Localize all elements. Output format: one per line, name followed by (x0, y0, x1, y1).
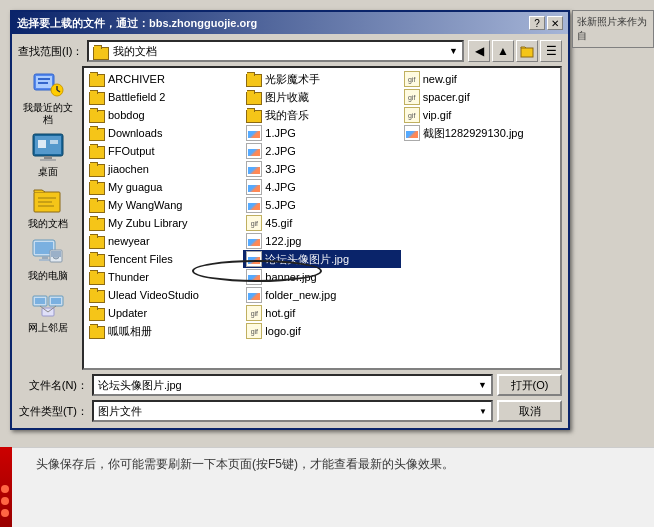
files-col-3: gif new.gif gif spacer.gif gif vip.gif (401, 70, 558, 340)
list-item[interactable]: 图片收藏 (243, 88, 400, 106)
right-panel: 张新照片来作为自 (572, 10, 654, 48)
list-item[interactable]: gif spacer.gif (401, 88, 558, 106)
list-item[interactable]: gif vip.gif (401, 106, 558, 124)
folder-icon (89, 272, 105, 285)
list-item[interactable]: FFOutput (86, 142, 243, 160)
list-item[interactable]: 5.JPG (243, 196, 400, 214)
svg-rect-12 (38, 140, 46, 148)
folder-icon (246, 74, 262, 87)
folder-icon (89, 128, 105, 141)
view-button[interactable]: ☰ (540, 40, 562, 62)
files-container: ARCHIVER Battlefield 2 bobdog Downl (86, 70, 558, 340)
mydocs-icon (32, 184, 64, 216)
svg-rect-20 (42, 256, 48, 259)
svg-rect-4 (38, 82, 48, 84)
svg-rect-13 (50, 140, 58, 144)
selected-file-item[interactable]: 论坛头像图片.jpg (243, 250, 400, 268)
folder-icon (89, 254, 105, 267)
sidebar-item-desktop[interactable]: 桌面 (20, 130, 76, 180)
close-button[interactable]: ✕ (547, 16, 563, 30)
image-icon (246, 251, 262, 267)
list-item[interactable]: 2.JPG (243, 142, 400, 160)
gif-icon: gif (246, 215, 262, 231)
list-item[interactable]: 我的音乐 (243, 106, 400, 124)
desktop-label: 桌面 (38, 166, 58, 178)
list-item[interactable]: jiaochen (86, 160, 243, 178)
image-icon (246, 161, 262, 177)
list-item[interactable]: gif new.gif (401, 70, 558, 88)
list-item[interactable]: Thunder (86, 268, 243, 286)
folder-icon (89, 326, 105, 339)
help-button[interactable]: ? (529, 16, 545, 30)
dialog-body: 查找范围(I)： 我的文档 ▼ ◀ ▲ ☰ (12, 34, 568, 428)
mypc-icon (32, 236, 64, 268)
cancel-button[interactable]: 取消 (497, 400, 562, 422)
list-item[interactable]: ARCHIVER (86, 70, 243, 88)
list-item[interactable]: newyear (86, 232, 243, 250)
svg-rect-10 (44, 156, 52, 159)
folder-icon (89, 146, 105, 159)
gif-icon: gif (404, 107, 420, 123)
filename-dropdown-arrow: ▼ (478, 380, 487, 390)
filename-input[interactable]: 论坛头像图片.jpg ▼ (92, 374, 493, 396)
filetype-dropdown[interactable]: 图片文件 ▼ (92, 400, 493, 422)
list-item[interactable]: 4.JPG (243, 178, 400, 196)
svg-rect-28 (51, 298, 61, 304)
open-button[interactable]: 打开(O) (497, 374, 562, 396)
sidebar-item-mydocs[interactable]: 我的文档 (20, 182, 76, 232)
list-item[interactable]: 3.JPG (243, 160, 400, 178)
list-item[interactable]: 1.JPG (243, 124, 400, 142)
list-item[interactable]: gif hot.gif (243, 304, 400, 322)
list-item[interactable]: My guagua (86, 178, 243, 196)
filetype-value: 图片文件 (98, 404, 142, 419)
red-dot (1, 497, 9, 505)
filetype-label: 文件类型(T)： (18, 404, 88, 419)
list-item[interactable]: gif logo.gif (243, 322, 400, 340)
list-item[interactable]: 呱呱相册 (86, 322, 243, 340)
list-item[interactable]: banner.jpg (243, 268, 400, 286)
sidebar-item-network[interactable]: 网上邻居 (20, 286, 76, 336)
image-icon (246, 269, 262, 285)
folder-icon (89, 92, 105, 105)
folder-icon (89, 218, 105, 231)
sidebar-item-mypc[interactable]: 我的电脑 (20, 234, 76, 284)
image-icon (246, 197, 262, 213)
up-button[interactable]: ▲ (492, 40, 514, 62)
file-dialog: 选择要上载的文件，通过：bbs.zhongguojie.org ? ✕ 查找范围… (10, 10, 570, 430)
path-dropdown[interactable]: 我的文档 ▼ (87, 40, 464, 62)
list-item[interactable]: 122.jpg (243, 232, 400, 250)
list-item[interactable]: 光影魔术手 (243, 70, 400, 88)
list-item[interactable]: Updater (86, 304, 243, 322)
content-area: 我最近的文档 桌面 (18, 66, 562, 370)
list-item[interactable]: 截图1282929130.jpg (401, 124, 558, 142)
list-item[interactable]: Downloads (86, 124, 243, 142)
dropdown-arrow-path: ▼ (449, 46, 458, 56)
image-icon (246, 179, 262, 195)
files-col-2: 光影魔术手 图片收藏 我的音乐 1.JPG (243, 70, 400, 340)
list-item[interactable]: folder_new.jpg (243, 286, 400, 304)
network-label: 网上邻居 (28, 322, 68, 334)
folder-icon (246, 92, 262, 105)
right-panel-text: 张新照片来作为自 (577, 16, 647, 41)
new-folder-button[interactable] (516, 40, 538, 62)
list-item[interactable]: bobdog (86, 106, 243, 124)
back-button[interactable]: ◀ (468, 40, 490, 62)
list-item[interactable]: Tencent Files (86, 250, 243, 268)
list-item[interactable]: My WangWang (86, 196, 243, 214)
list-item[interactable]: My Zubu Library (86, 214, 243, 232)
red-dot (1, 485, 9, 493)
recent-icon (32, 68, 64, 100)
file-list-area[interactable]: ARCHIVER Battlefield 2 bobdog Downl (82, 66, 562, 370)
svg-rect-24 (51, 251, 61, 257)
red-dots (1, 485, 9, 517)
list-item[interactable]: Battlefield 2 (86, 88, 243, 106)
dialog-title: 选择要上载的文件，通过：bbs.zhongguojie.org (17, 16, 257, 31)
list-item[interactable]: gif 45.gif (243, 214, 400, 232)
folder-icon (89, 164, 105, 177)
gif-icon: gif (404, 71, 420, 87)
list-item[interactable]: Ulead VideoStudio (86, 286, 243, 304)
sidebar-item-recent[interactable]: 我最近的文档 (20, 66, 76, 128)
filename-row: 文件名(N)： 论坛头像图片.jpg ▼ 打开(O) (18, 374, 562, 396)
image-icon (246, 143, 262, 159)
mydocs-label: 我的文档 (28, 218, 68, 230)
